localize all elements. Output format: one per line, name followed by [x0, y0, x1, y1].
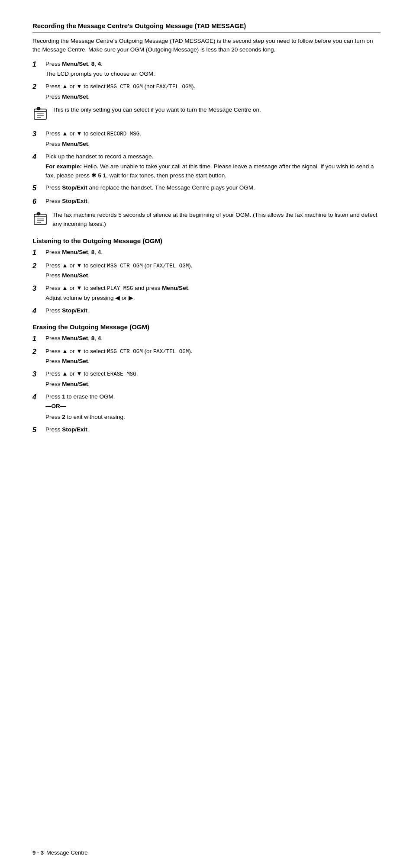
note-1: This is the only setting you can select … [32, 106, 381, 125]
note-icon [32, 212, 51, 230]
step-1-5: 5 Press Stop/Exit and replace the handse… [32, 183, 381, 193]
step-number: 2 [32, 82, 43, 92]
step-content: Press Stop/Exit and replace the handset.… [45, 183, 381, 193]
step-number: 3 [32, 284, 43, 293]
svg-rect-0 [34, 109, 46, 119]
mono-text: RECORD MSG [107, 131, 139, 137]
arrow-down-icon [76, 348, 82, 354]
step-subline: Press Menu/Set. [45, 271, 381, 280]
arrow-up-icon [62, 348, 68, 354]
section-2-steps: 1 Press Menu/Set, 8, 4. 2 Press or to se… [32, 248, 381, 316]
section-3-title: Erasing the Outgoing Message (OGM) [32, 323, 381, 331]
step-number: 1 [32, 60, 43, 69]
mono-text: FAX/TEL OGM [153, 349, 189, 355]
step-number: 5 [32, 183, 43, 193]
step-content: Press Menu/Set, 8, 4. [45, 248, 381, 257]
section-1-steps: 1 Press Menu/Set, 8, 4. The LCD prompts … [32, 60, 381, 230]
step-number: 2 [32, 347, 43, 357]
step-2-1: 1 Press Menu/Set, 8, 4. [32, 248, 381, 257]
step-1-4: 4 Pick up the handset to record a messag… [32, 152, 381, 180]
step-content: Press Menu/Set, 8, 4. The LCD prompts yo… [45, 60, 381, 79]
step-subline: Press 2 to exit without erasing. [45, 413, 381, 422]
step-1-3: 3 Press or to select RECORD MSG. Press M… [32, 129, 381, 148]
arrow-down-icon [76, 262, 82, 269]
arrow-up-icon [62, 262, 68, 269]
step-content: Press or to select MSG CTR OGM (or FAX/T… [45, 347, 381, 366]
step-number: 4 [32, 306, 43, 316]
mono-text: FAX/TEL OGM [153, 263, 189, 269]
recording-section: Recording the Message Centre's Outgoing … [32, 22, 381, 230]
step-1-1: 1 Press Menu/Set, 8, 4. The LCD prompts … [32, 60, 381, 79]
step-content: Press or to select MSG CTR OGM (not FAX/… [45, 82, 381, 101]
step-3-5: 5 Press Stop/Exit. [32, 425, 381, 435]
mono-text: PLAY MSG [107, 286, 133, 292]
page-footer: 9 - 3 Message Centre [32, 849, 381, 856]
star-icon [91, 172, 97, 179]
step-content: Press or to select MSG CTR OGM (or FAX/T… [45, 261, 381, 280]
step-number: 1 [32, 334, 43, 344]
mono-text: ERASE MSG [107, 371, 136, 377]
arrow-right-icon [129, 295, 133, 301]
step-3-1: 1 Press Menu/Set, 8, 4. [32, 334, 381, 344]
arrow-down-icon [76, 130, 82, 137]
or-separator: —OR— [45, 402, 381, 411]
step-content: Press or to select ERASE MSG. Press Menu… [45, 370, 381, 389]
step-2-4: 4 Press Stop/Exit. [32, 306, 381, 316]
section-2-title: Listening to the Outgoing Message (OGM) [32, 237, 381, 244]
section-1-intro: Recording the Message Centre's Outgoing … [32, 37, 381, 55]
step-3-2: 2 Press or to select MSG CTR OGM (or FAX… [32, 347, 381, 366]
step-number: 6 [32, 197, 43, 206]
step-1-6: 6 Press Stop/Exit. [32, 197, 381, 206]
step-example: For example: Hello. We are unable to tak… [45, 162, 381, 180]
step-subline: Press Menu/Set. [45, 380, 381, 389]
step-3-3: 3 Press or to select ERASE MSG. Press Me… [32, 370, 381, 389]
step-1-2: 2 Press or to select MSG CTR OGM (not FA… [32, 82, 381, 101]
note-text: This is the only setting you can select … [52, 106, 381, 115]
step-subline: Press Menu/Set. [45, 357, 381, 366]
footer-label: Message Centre [46, 849, 87, 856]
mono-text: MSG CTR OGM [107, 84, 143, 90]
step-number: 5 [32, 425, 43, 435]
step-number: 3 [32, 370, 43, 379]
footer-page-number: 9 - 3 [32, 849, 44, 856]
step-content: Press or to select RECORD MSG. Press Men… [45, 129, 381, 148]
step-number: 4 [32, 152, 43, 162]
arrow-down-icon [76, 370, 82, 377]
step-subline: Press Menu/Set. [45, 140, 381, 149]
arrow-down-icon [76, 83, 82, 90]
arrow-up-icon [62, 130, 68, 137]
section-3-steps: 1 Press Menu/Set, 8, 4. 2 Press or to se… [32, 334, 381, 435]
mono-text: MSG CTR OGM [107, 349, 143, 355]
step-number: 4 [32, 392, 43, 402]
section-1-divider [32, 32, 381, 32]
step-number: 2 [32, 261, 43, 271]
step-subline: Press Menu/Set. [45, 93, 381, 102]
step-3-4: 4 Press 1 to erase the OGM. —OR— Press 2… [32, 392, 381, 422]
step-content: Press Stop/Exit. [45, 306, 381, 315]
note-2: The fax machine records 5 seconds of sil… [32, 211, 381, 230]
step-content: Press Stop/Exit. [45, 425, 381, 434]
section-1-title: Recording the Message Centre's Outgoing … [32, 22, 381, 30]
arrow-left-icon [115, 295, 120, 301]
arrow-up-icon [62, 83, 68, 90]
step-2-3: 3 Press or to select PLAY MSG and press … [32, 284, 381, 303]
page: Recording the Message Centre's Outgoing … [0, 0, 413, 868]
step-content: Press Stop/Exit. [45, 197, 381, 206]
step-content: Press or to select PLAY MSG and press Me… [45, 284, 381, 303]
step-content: Press Menu/Set, 8, 4. [45, 334, 381, 343]
note-icon [32, 106, 51, 125]
step-number: 1 [32, 248, 43, 257]
step-content: Press 1 to erase the OGM. —OR— Press 2 t… [45, 392, 381, 422]
mono-text: MSG CTR OGM [107, 263, 143, 269]
listening-section: Listening to the Outgoing Message (OGM) … [32, 237, 381, 316]
step-subline: The LCD prompts you to choose an OGM. [45, 70, 381, 79]
arrow-up-icon [62, 370, 68, 377]
step-subline: Adjust volume by pressing or . [45, 294, 381, 303]
step-content: Pick up the handset to record a message.… [45, 152, 381, 180]
svg-rect-7 [34, 214, 46, 225]
arrow-up-icon [62, 285, 68, 291]
mono-text: FAX/TEL OGM [156, 84, 192, 90]
arrow-down-icon [76, 285, 82, 291]
step-2-2: 2 Press or to select MSG CTR OGM (or FAX… [32, 261, 381, 280]
erasing-section: Erasing the Outgoing Message (OGM) 1 Pre… [32, 323, 381, 435]
